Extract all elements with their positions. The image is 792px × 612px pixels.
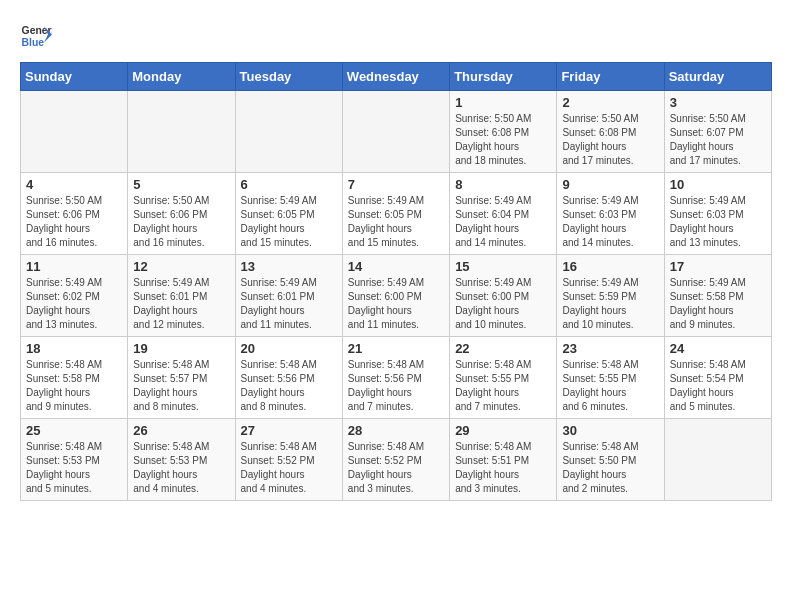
day-number: 30: [562, 423, 658, 438]
calendar-cell: 8 Sunrise: 5:49 AMSunset: 6:04 PMDayligh…: [450, 173, 557, 255]
day-number: 28: [348, 423, 444, 438]
calendar-week-row: 18 Sunrise: 5:48 AMSunset: 5:58 PMDaylig…: [21, 337, 772, 419]
calendar-cell: 30 Sunrise: 5:48 AMSunset: 5:50 PMDaylig…: [557, 419, 664, 501]
calendar-cell: 14 Sunrise: 5:49 AMSunset: 6:00 PMDaylig…: [342, 255, 449, 337]
calendar-cell: 5 Sunrise: 5:50 AMSunset: 6:06 PMDayligh…: [128, 173, 235, 255]
day-number: 22: [455, 341, 551, 356]
day-number: 20: [241, 341, 337, 356]
day-number: 14: [348, 259, 444, 274]
day-info: Sunrise: 5:48 AMSunset: 5:55 PMDaylight …: [455, 358, 551, 414]
day-info: Sunrise: 5:48 AMSunset: 5:56 PMDaylight …: [241, 358, 337, 414]
day-info: Sunrise: 5:48 AMSunset: 5:57 PMDaylight …: [133, 358, 229, 414]
column-header-saturday: Saturday: [664, 63, 771, 91]
calendar-cell: 9 Sunrise: 5:49 AMSunset: 6:03 PMDayligh…: [557, 173, 664, 255]
day-info: Sunrise: 5:49 AMSunset: 6:04 PMDaylight …: [455, 194, 551, 250]
day-info: Sunrise: 5:48 AMSunset: 5:58 PMDaylight …: [26, 358, 122, 414]
calendar-cell: 7 Sunrise: 5:49 AMSunset: 6:05 PMDayligh…: [342, 173, 449, 255]
day-info: Sunrise: 5:50 AMSunset: 6:08 PMDaylight …: [455, 112, 551, 168]
calendar-cell: 21 Sunrise: 5:48 AMSunset: 5:56 PMDaylig…: [342, 337, 449, 419]
day-info: Sunrise: 5:48 AMSunset: 5:56 PMDaylight …: [348, 358, 444, 414]
day-info: Sunrise: 5:49 AMSunset: 6:05 PMDaylight …: [348, 194, 444, 250]
page-header: General Blue: [20, 20, 772, 52]
day-info: Sunrise: 5:49 AMSunset: 6:05 PMDaylight …: [241, 194, 337, 250]
calendar-cell: 25 Sunrise: 5:48 AMSunset: 5:53 PMDaylig…: [21, 419, 128, 501]
calendar-cell: 18 Sunrise: 5:48 AMSunset: 5:58 PMDaylig…: [21, 337, 128, 419]
calendar-cell: 16 Sunrise: 5:49 AMSunset: 5:59 PMDaylig…: [557, 255, 664, 337]
day-info: Sunrise: 5:49 AMSunset: 6:03 PMDaylight …: [670, 194, 766, 250]
day-number: 5: [133, 177, 229, 192]
calendar-cell: 6 Sunrise: 5:49 AMSunset: 6:05 PMDayligh…: [235, 173, 342, 255]
calendar-cell: 29 Sunrise: 5:48 AMSunset: 5:51 PMDaylig…: [450, 419, 557, 501]
day-info: Sunrise: 5:50 AMSunset: 6:06 PMDaylight …: [26, 194, 122, 250]
day-info: Sunrise: 5:48 AMSunset: 5:52 PMDaylight …: [348, 440, 444, 496]
calendar-cell: 17 Sunrise: 5:49 AMSunset: 5:58 PMDaylig…: [664, 255, 771, 337]
day-info: Sunrise: 5:48 AMSunset: 5:51 PMDaylight …: [455, 440, 551, 496]
day-info: Sunrise: 5:49 AMSunset: 6:03 PMDaylight …: [562, 194, 658, 250]
day-number: 4: [26, 177, 122, 192]
calendar-cell: 11 Sunrise: 5:49 AMSunset: 6:02 PMDaylig…: [21, 255, 128, 337]
day-info: Sunrise: 5:49 AMSunset: 6:01 PMDaylight …: [241, 276, 337, 332]
calendar-cell: 3 Sunrise: 5:50 AMSunset: 6:07 PMDayligh…: [664, 91, 771, 173]
calendar-cell: 27 Sunrise: 5:48 AMSunset: 5:52 PMDaylig…: [235, 419, 342, 501]
day-number: 2: [562, 95, 658, 110]
calendar-cell: 23 Sunrise: 5:48 AMSunset: 5:55 PMDaylig…: [557, 337, 664, 419]
day-info: Sunrise: 5:49 AMSunset: 5:59 PMDaylight …: [562, 276, 658, 332]
column-header-thursday: Thursday: [450, 63, 557, 91]
calendar-cell: 1 Sunrise: 5:50 AMSunset: 6:08 PMDayligh…: [450, 91, 557, 173]
day-number: 9: [562, 177, 658, 192]
day-number: 11: [26, 259, 122, 274]
day-info: Sunrise: 5:48 AMSunset: 5:50 PMDaylight …: [562, 440, 658, 496]
day-info: Sunrise: 5:48 AMSunset: 5:54 PMDaylight …: [670, 358, 766, 414]
day-info: Sunrise: 5:48 AMSunset: 5:53 PMDaylight …: [26, 440, 122, 496]
calendar-cell: 4 Sunrise: 5:50 AMSunset: 6:06 PMDayligh…: [21, 173, 128, 255]
day-info: Sunrise: 5:48 AMSunset: 5:55 PMDaylight …: [562, 358, 658, 414]
logo-icon: General Blue: [20, 20, 52, 52]
day-number: 24: [670, 341, 766, 356]
calendar-week-row: 4 Sunrise: 5:50 AMSunset: 6:06 PMDayligh…: [21, 173, 772, 255]
day-number: 16: [562, 259, 658, 274]
day-info: Sunrise: 5:48 AMSunset: 5:53 PMDaylight …: [133, 440, 229, 496]
column-header-sunday: Sunday: [21, 63, 128, 91]
calendar-cell: [342, 91, 449, 173]
day-info: Sunrise: 5:50 AMSunset: 6:07 PMDaylight …: [670, 112, 766, 168]
calendar-cell: [235, 91, 342, 173]
day-info: Sunrise: 5:49 AMSunset: 6:01 PMDaylight …: [133, 276, 229, 332]
day-number: 10: [670, 177, 766, 192]
column-header-wednesday: Wednesday: [342, 63, 449, 91]
day-info: Sunrise: 5:49 AMSunset: 5:58 PMDaylight …: [670, 276, 766, 332]
day-number: 18: [26, 341, 122, 356]
day-number: 3: [670, 95, 766, 110]
calendar-cell: 20 Sunrise: 5:48 AMSunset: 5:56 PMDaylig…: [235, 337, 342, 419]
day-number: 19: [133, 341, 229, 356]
calendar-cell: 15 Sunrise: 5:49 AMSunset: 6:00 PMDaylig…: [450, 255, 557, 337]
column-header-tuesday: Tuesday: [235, 63, 342, 91]
calendar-cell: 2 Sunrise: 5:50 AMSunset: 6:08 PMDayligh…: [557, 91, 664, 173]
day-number: 8: [455, 177, 551, 192]
day-number: 23: [562, 341, 658, 356]
calendar-cell: 10 Sunrise: 5:49 AMSunset: 6:03 PMDaylig…: [664, 173, 771, 255]
calendar-cell: [128, 91, 235, 173]
calendar-cell: 28 Sunrise: 5:48 AMSunset: 5:52 PMDaylig…: [342, 419, 449, 501]
day-info: Sunrise: 5:49 AMSunset: 6:00 PMDaylight …: [348, 276, 444, 332]
column-header-monday: Monday: [128, 63, 235, 91]
calendar-cell: 22 Sunrise: 5:48 AMSunset: 5:55 PMDaylig…: [450, 337, 557, 419]
day-number: 29: [455, 423, 551, 438]
calendar-cell: 24 Sunrise: 5:48 AMSunset: 5:54 PMDaylig…: [664, 337, 771, 419]
logo: General Blue: [20, 20, 52, 52]
calendar-week-row: 1 Sunrise: 5:50 AMSunset: 6:08 PMDayligh…: [21, 91, 772, 173]
day-number: 26: [133, 423, 229, 438]
day-number: 7: [348, 177, 444, 192]
day-number: 25: [26, 423, 122, 438]
day-number: 27: [241, 423, 337, 438]
day-info: Sunrise: 5:48 AMSunset: 5:52 PMDaylight …: [241, 440, 337, 496]
calendar-cell: 13 Sunrise: 5:49 AMSunset: 6:01 PMDaylig…: [235, 255, 342, 337]
day-info: Sunrise: 5:49 AMSunset: 6:02 PMDaylight …: [26, 276, 122, 332]
calendar-cell: [21, 91, 128, 173]
day-number: 21: [348, 341, 444, 356]
day-info: Sunrise: 5:50 AMSunset: 6:06 PMDaylight …: [133, 194, 229, 250]
calendar-week-row: 11 Sunrise: 5:49 AMSunset: 6:02 PMDaylig…: [21, 255, 772, 337]
calendar-cell: 12 Sunrise: 5:49 AMSunset: 6:01 PMDaylig…: [128, 255, 235, 337]
day-info: Sunrise: 5:50 AMSunset: 6:08 PMDaylight …: [562, 112, 658, 168]
day-number: 1: [455, 95, 551, 110]
day-number: 6: [241, 177, 337, 192]
